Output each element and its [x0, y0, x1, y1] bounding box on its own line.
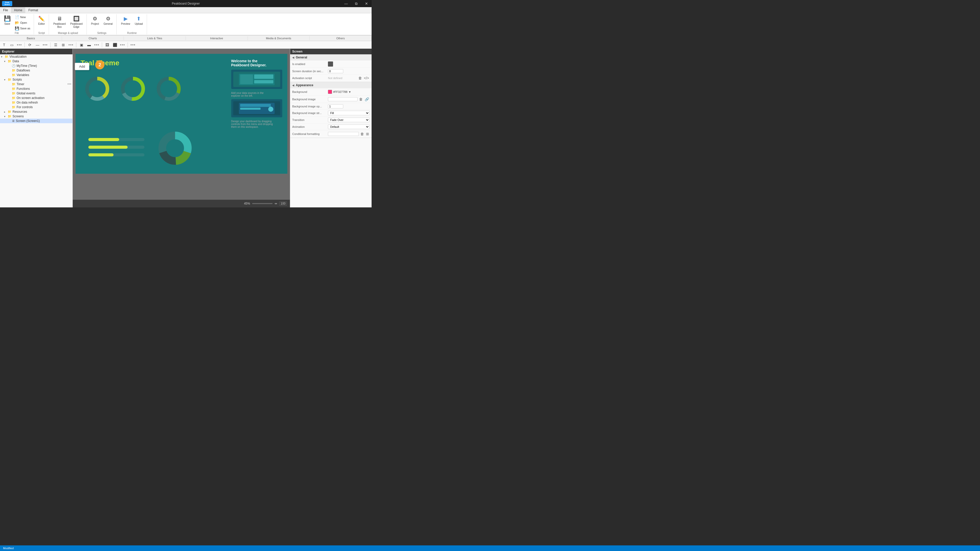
background-dropdown-icon[interactable]: ▾	[348, 89, 351, 94]
tree-variables[interactable]: ▾ 📁 Variables	[0, 73, 73, 77]
save-button[interactable]: 💾 Save	[2, 14, 13, 26]
tree-on-screen-activation[interactable]: ▾ 📁 On screen activation	[0, 96, 73, 100]
chart-tool-2[interactable]: —	[35, 42, 41, 48]
bar-charts	[81, 135, 152, 166]
menu-file[interactable]: File	[0, 7, 11, 13]
is-enabled-toggle[interactable]	[328, 62, 333, 67]
bg-opacity-input[interactable]	[328, 104, 343, 108]
fit-icon[interactable]: ⇔	[275, 202, 277, 205]
transition-select[interactable]: Fade Over None Slide	[328, 118, 369, 122]
interactive-tool-1[interactable]: ▣	[78, 42, 84, 48]
bg-stretch-select[interactable]: Fill Fit Stretch	[328, 111, 369, 115]
timer-menu-icon[interactable]: •••	[67, 83, 72, 86]
media-tool-1[interactable]: 🖼	[104, 42, 110, 48]
upload-button[interactable]: ⬆ Upload	[133, 14, 145, 26]
media-tool-2[interactable]: ⬛	[112, 42, 118, 48]
tree-scripts[interactable]: ▾ 📁 Scripts	[0, 77, 73, 82]
chart-tool-1[interactable]: ⟳	[27, 42, 33, 48]
tree-on-data-refresh[interactable]: ▾ 📁 On data refresh	[0, 100, 73, 105]
tree-for-controls[interactable]: ▾ 📁 For controls	[0, 105, 73, 110]
charts-more[interactable]: •••	[42, 42, 48, 48]
activation-script-delete-icon[interactable]: 🗑	[358, 76, 363, 81]
cond-format-input[interactable]	[328, 132, 359, 136]
tree-visualization[interactable]: ▾ 📁 Visualization	[0, 54, 73, 59]
canvas-area: Add 2 Teal Theme	[73, 49, 290, 207]
interactive-more[interactable]: •••	[94, 42, 100, 48]
tree-screen1[interactable]: ▾ 🖥 Screen (Screen1)	[0, 119, 73, 123]
new-icon: 📄	[15, 15, 19, 19]
project-button[interactable]: ⚙ Project	[89, 14, 101, 26]
text-tool[interactable]: T	[1, 42, 7, 48]
folder-icon: 📁	[12, 96, 16, 100]
lists-more[interactable]: •••	[68, 42, 74, 48]
folder-icon: 📁	[8, 110, 11, 114]
interactive-tool-2[interactable]: ▬	[86, 42, 92, 48]
screen-duration-input[interactable]	[328, 69, 343, 73]
tree-global-events[interactable]: ▾ 📁 Global events	[0, 91, 73, 96]
preview-sketch-2	[238, 102, 276, 115]
prop-bg-image-opacity: Background image op...	[290, 103, 372, 110]
cond-format-edit-icon[interactable]: ⊞	[366, 131, 369, 137]
ribbon-manage-buttons: 🖥 PeakboardBox 🔲 PeakboardEdge	[52, 14, 84, 31]
saveas-button[interactable]: 💾 Save as	[14, 25, 32, 31]
bar-track-3	[88, 153, 145, 156]
tree-data[interactable]: ▾ 📁 Data	[0, 59, 73, 64]
list-tool-1[interactable]: ☰	[52, 42, 59, 48]
folder-icon: 📁	[12, 105, 16, 109]
upload-label: Upload	[135, 22, 143, 25]
background-image-input[interactable]	[328, 97, 358, 101]
zoom-slider[interactable]	[252, 203, 272, 204]
background-color-swatch[interactable]	[328, 90, 332, 94]
general-label: General	[103, 22, 113, 25]
peakboard-edge-button[interactable]: 🔲 PeakboardEdge	[68, 14, 84, 29]
svg-rect-18	[240, 104, 271, 107]
prop-conditional-formatting: Conditional formatting 🗑 ⊞	[290, 130, 372, 138]
peakboard-box-button[interactable]: 🖥 PeakboardBox	[52, 14, 67, 29]
list-tool-2[interactable]: ⊞	[60, 42, 66, 48]
tree-mytime[interactable]: ▾ 🕐 MyTime (Time)	[0, 64, 73, 68]
prop-bg-opacity-label: Background image op...	[292, 105, 328, 108]
basics-more[interactable]: •••	[16, 42, 22, 48]
prop-bg-opacity-value	[328, 104, 369, 108]
tree-resources[interactable]: ▸ 📁 Resources	[0, 110, 73, 114]
new-button[interactable]: 📄 New	[14, 14, 32, 20]
background-image-delete-icon[interactable]: 🗑	[359, 97, 363, 102]
open-button[interactable]: 📂 Open	[14, 20, 32, 25]
svg-rect-16	[254, 80, 273, 83]
tree-timer[interactable]: ▾ 📁 Timer •••	[0, 82, 73, 86]
design-canvas[interactable]: Teal Theme	[76, 54, 287, 174]
editor-button[interactable]: ✏️ Editor	[37, 14, 47, 26]
donut-svg-1	[83, 75, 111, 103]
svg-rect-19	[240, 108, 261, 110]
tree-functions[interactable]: ▾ 📁 Functions	[0, 86, 73, 91]
section-appearance-header[interactable]: ◀ Appearance	[290, 82, 372, 88]
media-more[interactable]: •••	[119, 42, 126, 48]
preview-button[interactable]: ▶ Preview	[119, 14, 132, 26]
menu-home[interactable]: Home	[11, 7, 25, 13]
add-popup[interactable]: Add	[75, 63, 89, 70]
tree-screens[interactable]: ▾ 📁 Screens	[0, 114, 73, 119]
minimize-button[interactable]: —	[341, 0, 351, 7]
rect-tool[interactable]: ▭	[9, 42, 15, 48]
general-button[interactable]: ⚙ General	[102, 14, 115, 26]
animation-select[interactable]: Default None	[328, 124, 369, 129]
ribbon-group-settings: ⚙ Project ⚙ General Settings	[88, 14, 117, 35]
section-appearance-label: Appearance	[296, 83, 313, 87]
cond-format-delete-icon[interactable]: 🗑	[360, 131, 364, 137]
restore-button[interactable]: ⧉	[351, 0, 361, 7]
background-image-link-icon[interactable]: 🔗	[364, 97, 369, 102]
cat-interactive: Interactive	[186, 36, 248, 40]
zoom-100[interactable]: 100	[279, 202, 287, 206]
tree-dataflows[interactable]: ▾ 📁 Dataflows	[0, 68, 73, 73]
section-general-header[interactable]: ◀ General	[290, 54, 372, 60]
close-button[interactable]: ✕	[361, 0, 372, 7]
toolbar-categories: Basics Charts Lists & Tiles Interactive …	[0, 35, 372, 41]
others-more[interactable]: •••	[130, 42, 136, 48]
prop-background-label: Background	[292, 90, 328, 94]
donut-svg-3	[155, 75, 183, 103]
folder-open-icon: 📁	[5, 55, 8, 59]
tree-label: Functions	[17, 87, 30, 91]
activation-script-edit-icon[interactable]: </>	[363, 76, 369, 81]
menu-format[interactable]: Format	[25, 7, 41, 13]
prop-is-enabled-label: Is enabled	[292, 62, 328, 65]
